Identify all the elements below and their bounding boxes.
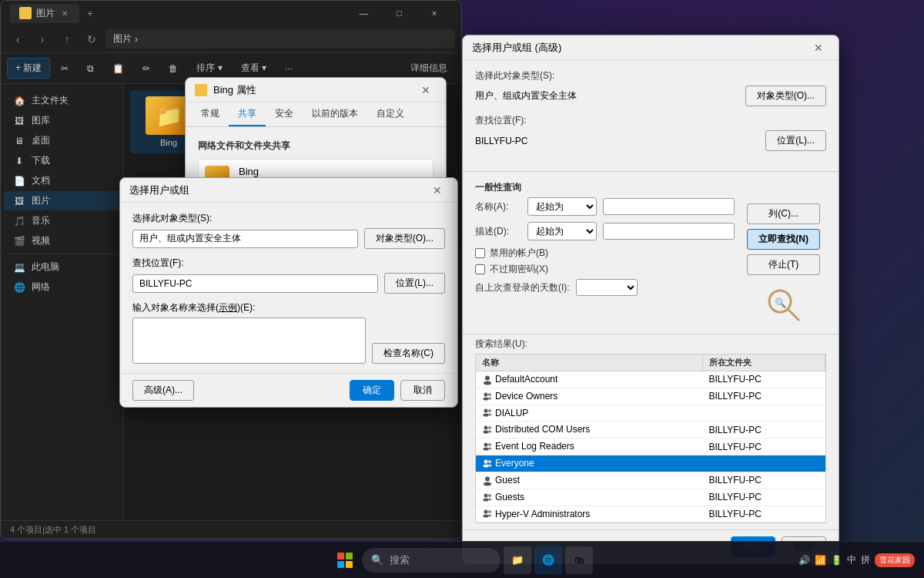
adv-obj-type-button[interactable]: 对象类型(O)... <box>745 86 826 106</box>
cut-button[interactable]: ✂ <box>53 60 76 77</box>
more-button[interactable]: ··· <box>277 60 300 77</box>
stop-button[interactable]: 停止(T) <box>747 254 820 275</box>
select-small-ok[interactable]: 确定 <box>350 380 394 401</box>
taskbar-search[interactable]: 🔍 搜索 <box>362 548 500 573</box>
select-user-adv-dialog: 选择用户或组 (高级) ✕ 选择此对象类型(S): 用户、组或内置安全主体 对象… <box>462 35 839 564</box>
svg-point-27 <box>484 493 488 497</box>
sidebar-label-downloads: 下载 <box>32 154 50 167</box>
name-filter-select[interactable]: 起始为 <box>527 197 597 216</box>
svg-point-33 <box>488 510 491 513</box>
object-name-textarea[interactable] <box>132 318 366 364</box>
taskbar-store[interactable]: 🛍 <box>565 546 593 574</box>
days-select[interactable] <box>576 279 638 296</box>
sidebar-item-music[interactable]: 🎵 音乐 <box>4 211 120 230</box>
result-row[interactable]: Distributed COM UsersBILLYFU-PC <box>476 422 825 439</box>
adv-location-button[interactable]: 位置(L)... <box>765 130 826 151</box>
start-button[interactable] <box>331 546 359 574</box>
result-row[interactable]: Event Log ReadersBILLYFU-PC <box>476 439 825 455</box>
search-now-button[interactable]: 立即查找(N) <box>747 229 820 250</box>
snow-badge[interactable]: 雪花家园 <box>875 553 915 567</box>
sidebar-item-documents[interactable]: 📄 文档 <box>4 171 120 190</box>
sidebar-item-thispc[interactable]: 💻 此电脑 <box>4 257 120 277</box>
result-row[interactable]: GuestBILLYFU-PC <box>476 472 825 489</box>
up-button[interactable]: ↑ <box>56 29 78 50</box>
obj-type-input[interactable] <box>132 230 358 248</box>
tab-customize[interactable]: 自定义 <box>367 102 413 126</box>
result-row[interactable]: Everyone <box>476 455 825 472</box>
back-button[interactable]: ‹ <box>7 29 28 50</box>
tab-general[interactable]: 常规 <box>192 102 229 126</box>
tab-close-button[interactable]: ✕ <box>59 8 70 18</box>
result-row[interactable]: Hyper-V AdministratorsBILLYFU-PC <box>476 506 825 523</box>
minimize-button[interactable]: — <box>346 1 381 25</box>
rename-button[interactable]: ✏ <box>135 60 158 77</box>
forward-button[interactable]: › <box>32 29 53 50</box>
sidebar-item-pictures[interactable]: 🖼 图片 <box>4 191 120 210</box>
refresh-button[interactable]: ↻ <box>81 29 102 50</box>
result-row[interactable]: IIS_IUSRSBILLYFU-PC <box>476 523 825 523</box>
details-button[interactable]: 详细信息 <box>403 59 455 78</box>
explorer-tab[interactable]: 图片 ✕ <box>10 4 79 23</box>
enter-label: 输入对象名称来选择(示例)(E): <box>132 301 445 314</box>
desc-filter-input[interactable] <box>603 223 735 240</box>
view-button[interactable]: 查看 ▾ <box>233 59 274 78</box>
result-row[interactable]: DIALUP <box>476 405 825 422</box>
result-name-cell: Guests <box>476 489 702 506</box>
close-button[interactable]: × <box>417 1 452 25</box>
address-bar[interactable]: 图片 › <box>105 29 455 49</box>
svg-point-17 <box>484 443 488 447</box>
desc-filter-select[interactable]: 起始为 <box>527 222 597 240</box>
obj-type-button[interactable]: 对象类型(O)... <box>364 228 445 249</box>
paste-button[interactable]: 📋 <box>105 60 132 77</box>
download-icon: ⬇ <box>13 155 25 167</box>
result-row[interactable]: GuestsBILLYFU-PC <box>476 489 825 506</box>
select-small-close[interactable]: ✕ <box>427 180 448 201</box>
tab-security[interactable]: 安全 <box>266 102 303 126</box>
disabled-account-checkbox[interactable] <box>475 248 485 258</box>
maximize-button[interactable]: □ <box>381 1 417 25</box>
tray-network-icon: 🔊 <box>798 555 810 566</box>
name-filter-input[interactable] <box>603 198 735 215</box>
svg-point-22 <box>484 464 489 467</box>
no-expire-checkbox[interactable] <box>475 264 485 274</box>
sidebar-item-home[interactable]: 🏠 主文件夹 <box>4 91 120 110</box>
location-input[interactable] <box>132 274 378 293</box>
taskbar-explorer[interactable]: 📁 <box>504 546 531 574</box>
sidebar-item-desktop[interactable]: 🖥 桌面 <box>4 131 120 150</box>
select-adv-close[interactable]: ✕ <box>808 37 829 59</box>
sidebar-item-gallery[interactable]: 🖼 图库 <box>4 111 120 130</box>
location-button[interactable]: 位置(L)... <box>384 273 445 294</box>
columns-button[interactable]: 列(C)... <box>747 203 820 224</box>
advanced-button[interactable]: 高级(A)... <box>132 380 194 401</box>
sort-button[interactable]: 排序 ▾ <box>189 59 229 78</box>
obj-type-row: 对象类型(O)... <box>132 228 445 249</box>
tab-sharing[interactable]: 共享 <box>229 102 266 126</box>
result-row[interactable]: DefaultAccountBILLYFU-PC <box>476 371 825 388</box>
new-button[interactable]: + 新建 <box>7 58 50 79</box>
tab-previous-versions[interactable]: 以前的版本 <box>303 102 367 126</box>
sidebar-item-network[interactable]: 🌐 网络 <box>4 277 120 297</box>
taskbar-edge[interactable]: 🌐 <box>534 546 562 574</box>
svg-point-24 <box>488 464 492 466</box>
sidebar-item-downloads[interactable]: ⬇ 下载 <box>4 151 120 170</box>
result-name-cell: Hyper-V Administrators <box>476 506 702 523</box>
desktop-icon: 🖥 <box>13 135 25 147</box>
check-names-button[interactable]: 检查名称(C) <box>372 343 445 364</box>
logo-q4 <box>346 561 353 568</box>
general-query-header: 一般性查询 <box>463 175 839 197</box>
copy-button[interactable]: ⧉ <box>79 60 102 77</box>
svg-line-1 <box>788 309 798 320</box>
tab-bar: 图片 ✕ + <box>10 2 101 24</box>
new-tab-button[interactable]: + <box>79 2 101 24</box>
sidebar-item-videos[interactable]: 🎬 视频 <box>4 231 120 250</box>
results-container[interactable]: 名称 所在文件夹 DefaultAccountBILLYFU-PCDevice … <box>475 354 826 523</box>
delete-button[interactable]: 🗑 <box>161 60 186 77</box>
divider1 <box>463 171 839 172</box>
obj-type-label: 选择此对象类型(S): <box>132 212 445 225</box>
bing-dialog-close[interactable]: ✕ <box>415 79 437 101</box>
svg-point-15 <box>488 426 491 429</box>
video-icon: 🎬 <box>13 235 25 247</box>
select-small-cancel[interactable]: 取消 <box>400 380 445 401</box>
result-row[interactable]: Device OwnersBILLYFU-PC <box>476 388 825 405</box>
right-actions: 列(C)... 立即查找(N) 停止(T) 🔍 <box>741 197 826 331</box>
